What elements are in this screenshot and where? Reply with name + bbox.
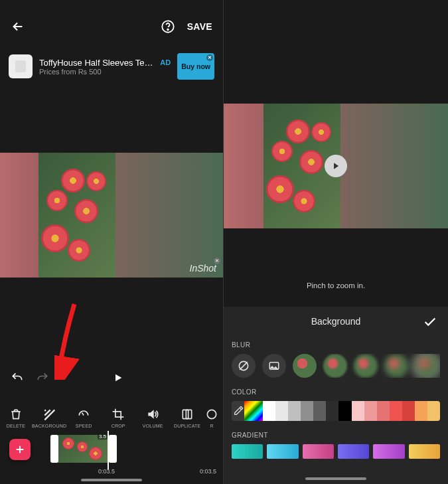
color-swatch[interactable] xyxy=(263,401,275,421)
section-gradient-label: GRADIENT xyxy=(232,432,440,439)
watermark-remove-icon[interactable]: ✕ xyxy=(214,258,220,264)
editor-screen: SAVE ToffyHouse Half Sleeves Tee with … … xyxy=(0,0,224,484)
clip-handle-left[interactable] xyxy=(50,435,58,463)
panel-title: Background xyxy=(311,316,361,327)
tool-background[interactable]: BACKGROUND xyxy=(32,408,66,428)
color-swatch[interactable] xyxy=(364,401,377,421)
ad-thumbnail xyxy=(9,54,33,78)
color-swatch[interactable] xyxy=(288,401,301,421)
video-preview[interactable] xyxy=(224,104,448,228)
blur-level-2[interactable] xyxy=(323,354,347,378)
timeline-clip[interactable]: 3.5 xyxy=(50,435,117,463)
transport-row xyxy=(0,371,223,384)
blur-options xyxy=(232,354,440,378)
annotation-arrow xyxy=(54,300,94,380)
redo-button[interactable] xyxy=(36,371,49,384)
svg-point-1 xyxy=(167,29,169,31)
tool-volume[interactable]: VOLUME xyxy=(135,408,170,428)
play-button[interactable] xyxy=(325,155,347,177)
color-swatch[interactable] xyxy=(338,401,351,421)
color-swatch[interactable] xyxy=(402,401,415,421)
ad-subtitle: Prices from Rs 500 xyxy=(39,68,171,76)
section-blur-label: BLUR xyxy=(232,341,440,349)
undo-button[interactable] xyxy=(11,371,24,384)
ad-close-icon[interactable]: ✕ xyxy=(206,54,213,61)
color-picker-button[interactable] xyxy=(232,401,244,421)
video-frame xyxy=(38,153,115,278)
gradient-swatch[interactable] xyxy=(232,444,263,459)
color-swatch[interactable] xyxy=(326,401,338,421)
blur-none[interactable] xyxy=(232,354,256,378)
color-swatch[interactable] xyxy=(352,401,364,421)
ad-banner[interactable]: ToffyHouse Half Sleeves Tee with … AD Pr… xyxy=(0,53,223,86)
background-screen: Pinch to zoom in. Background BLUR COLOR xyxy=(224,0,448,484)
timeline[interactable]: 3.5 0:03.5 0:03.5 xyxy=(0,428,223,484)
add-clip-button[interactable] xyxy=(9,439,31,460)
blur-level-5[interactable] xyxy=(415,354,439,378)
confirm-button[interactable] xyxy=(423,315,437,329)
ad-cta-button[interactable]: Buy now ✕ xyxy=(177,53,214,80)
tool-bar: DELETE BACKGROUND SPEED CROP VOLUME DUPL… xyxy=(0,402,223,428)
color-swatch[interactable] xyxy=(275,401,288,421)
playhead[interactable] xyxy=(108,431,109,469)
help-icon[interactable] xyxy=(161,19,175,34)
gradient-swatch[interactable] xyxy=(373,444,404,459)
back-button[interactable] xyxy=(11,19,25,34)
clip-handle-right[interactable] xyxy=(109,435,117,463)
tool-more[interactable]: R xyxy=(204,408,219,428)
video-preview[interactable]: InShot ✕ xyxy=(0,153,223,278)
home-indicator xyxy=(305,477,366,480)
watermark[interactable]: InShot xyxy=(190,263,216,274)
blur-level-1[interactable] xyxy=(293,354,317,378)
blur-level-4[interactable] xyxy=(384,354,408,378)
color-swatch[interactable] xyxy=(415,401,427,421)
color-swatch[interactable] xyxy=(313,401,326,421)
color-options xyxy=(232,401,440,421)
gradient-options xyxy=(232,444,440,459)
gradient-swatch[interactable] xyxy=(409,444,440,459)
color-swatch[interactable] xyxy=(427,401,440,421)
color-swatch[interactable] xyxy=(301,401,313,421)
timeline-time-center: 0:03.5 xyxy=(98,468,115,475)
gradient-swatch[interactable] xyxy=(303,444,334,459)
home-indicator xyxy=(81,479,142,481)
gradient-swatch[interactable] xyxy=(267,444,298,459)
color-swatch[interactable] xyxy=(377,401,390,421)
gradient-swatch[interactable] xyxy=(338,444,369,459)
color-spectrum[interactable] xyxy=(244,401,263,421)
tool-duplicate[interactable]: DUPLICATE xyxy=(170,408,204,428)
blur-gallery[interactable] xyxy=(262,354,286,378)
ad-badge: AD xyxy=(160,58,171,66)
clip-duration: 3.5 xyxy=(98,435,108,440)
color-swatch[interactable] xyxy=(390,401,402,421)
tool-delete[interactable]: DELETE xyxy=(0,408,32,428)
ad-title: ToffyHouse Half Sleeves Tee with … xyxy=(39,58,155,68)
background-panel: Background BLUR COLOR xyxy=(224,307,448,484)
blur-level-3[interactable] xyxy=(354,354,378,378)
zoom-hint: Pinch to zoom in. xyxy=(224,282,448,289)
save-button[interactable]: SAVE xyxy=(187,21,212,32)
play-button[interactable] xyxy=(113,372,123,383)
timeline-time-end: 0:03.5 xyxy=(200,468,216,475)
section-color-label: COLOR xyxy=(232,388,440,396)
tool-crop[interactable]: CROP xyxy=(101,408,135,428)
tool-speed[interactable]: SPEED xyxy=(66,408,101,428)
top-bar: SAVE xyxy=(0,0,223,53)
svg-point-4 xyxy=(208,410,216,418)
